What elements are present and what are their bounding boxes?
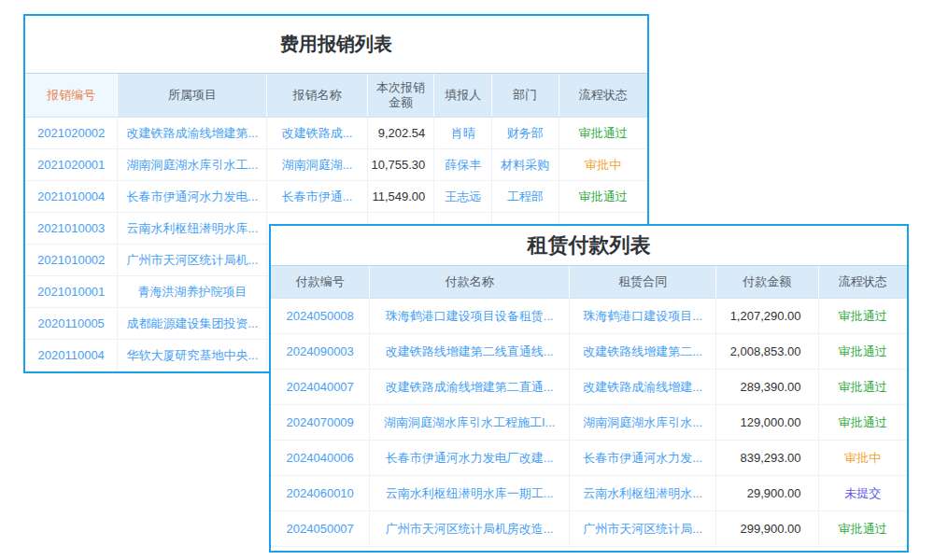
table-row: 2024090003改建铁路线增建第二线直通线...改建铁路线增建第二...2,… [271,334,907,370]
column-header: 部门 [492,74,559,117]
column-header[interactable]: 报销编号 [25,74,118,117]
link-cell[interactable]: 改建铁路线增建第二... [570,334,716,369]
link-cell[interactable]: 湖南洞庭湖水库引水工... [118,149,267,180]
link-cell[interactable]: 改建铁路线增建第二线直通线... [370,334,570,369]
table-row: 2021020002改建铁路成渝线增建第...改建铁路成...9,202.54肖… [25,118,647,149]
link-cell[interactable]: 2021020002 [25,118,118,148]
column-header: 所属项目 [118,74,267,117]
status-cell: 审批通过 [819,299,907,333]
table-cell: 10,755.30 [368,149,435,180]
link-cell[interactable]: 2020110004 [25,340,118,371]
link-cell[interactable]: 2021010001 [25,276,118,307]
expense-table-title: 费用报销列表 [25,16,647,73]
table-cell: 9,202.54 [368,118,435,148]
link-cell[interactable]: 青海洪湖养护院项目 [118,276,267,307]
link-cell[interactable]: 改建铁路成渝线增建... [570,370,716,404]
lease-table-title: 租赁付款列表 [271,226,907,265]
column-header: 租赁合同 [570,266,716,298]
status-cell: 审批通过 [559,181,647,212]
table-cell: 289,390.00 [716,370,818,404]
table-row: 2024050008珠海鹤港口建设项目设备租赁...珠海鹤港口建设项目...1,… [271,299,907,334]
link-cell[interactable]: 2024040007 [271,370,370,404]
table-row: 2021020001湖南洞庭湖水库引水工...湖南洞庭湖...10,755.30… [25,149,647,181]
link-cell[interactable]: 长春市伊通河水力发电厂改建... [370,441,570,475]
lease-payment-table-panel: 租赁付款列表 付款编号付款名称租赁合同付款金额流程状态 2024050008珠海… [269,224,909,553]
link-cell[interactable]: 湖南洞庭湖水库引水... [570,405,716,440]
status-cell: 未提交 [819,476,907,511]
link-cell[interactable]: 华软大厦研究基地中央... [118,340,267,371]
link-cell[interactable]: 改建铁路成渝线增建第二直通... [370,370,570,404]
table-row: 2024070009湖南洞庭湖水库引水工程施工I...湖南洞庭湖水库引水...1… [271,405,907,441]
link-cell[interactable]: 财务部 [492,118,559,148]
link-cell[interactable]: 珠海鹤港口建设项目设备租赁... [370,299,570,333]
status-cell: 审批通过 [819,405,907,440]
link-cell[interactable]: 湖南洞庭湖水库引水工程施工I... [370,405,570,440]
link-cell[interactable]: 2024070009 [271,405,370,440]
table-cell: 299,900.00 [716,511,818,546]
column-header: 本次报销金额 [368,74,435,117]
table-cell: 1,207,290.00 [716,299,818,333]
link-cell[interactable]: 广州市天河区统计局... [570,511,716,546]
table-row: 2024040006长春市伊通河水力发电厂改建...长春市伊通河水力发...83… [271,441,907,476]
link-cell[interactable]: 珠海鹤港口建设项目... [570,299,716,333]
status-cell: 审批通过 [819,334,907,369]
link-cell[interactable]: 云南水利枢纽潜明水... [570,476,716,511]
link-cell[interactable]: 改建铁路成... [267,118,367,148]
link-cell[interactable]: 广州市天河区统计局机... [118,245,267,275]
status-cell: 审批中 [559,149,647,180]
link-cell[interactable]: 2021020001 [25,149,118,180]
link-cell[interactable]: 云南水利枢纽潜明水库一期工... [370,476,570,511]
table-cell: 839,293.00 [716,441,818,475]
link-cell[interactable]: 2024090003 [271,334,370,369]
link-cell[interactable]: 2020110005 [25,308,118,339]
table-cell: 129,000.00 [716,405,818,440]
column-header: 付款编号 [271,266,370,298]
link-cell[interactable]: 2024060010 [271,476,370,511]
link-cell[interactable]: 2021010004 [25,181,118,212]
link-cell[interactable]: 成都能源建设集团投资... [118,308,267,339]
link-cell[interactable]: 2024040006 [271,441,370,475]
table-row: 2021010004长春市伊通河水力发电...长春市伊通...11,549.00… [25,181,647,213]
table-row: 2024050007广州市天河区统计局机房改造...广州市天河区统计局...29… [271,511,907,547]
link-cell[interactable]: 长春市伊通河水力发电... [118,181,267,212]
table-cell: 11,549.00 [368,181,435,212]
link-cell[interactable]: 薛保丰 [434,149,492,180]
status-cell: 审批中 [819,441,907,475]
table-row: 2024060010云南水利枢纽潜明水库一期工...云南水利枢纽潜明水...29… [271,476,907,511]
link-cell[interactable]: 2021010003 [25,213,118,244]
table-cell: 29,900.00 [716,476,818,511]
column-header: 流程状态 [559,74,647,117]
lease-table-body: 2024050008珠海鹤港口建设项目设备租赁...珠海鹤港口建设项目...1,… [271,299,907,547]
link-cell[interactable]: 广州市天河区统计局机房改造... [370,511,570,546]
link-cell[interactable]: 材料采购 [492,149,559,180]
link-cell[interactable]: 2024050008 [271,299,370,333]
link-cell[interactable]: 2021010002 [25,245,118,275]
table-cell: 2,008,853.00 [716,334,818,369]
column-header: 填报人 [434,74,492,117]
status-cell: 审批通过 [559,118,647,148]
table-row: 2024040007改建铁路成渝线增建第二直通...改建铁路成渝线增建...28… [271,370,907,405]
link-cell[interactable]: 改建铁路成渝线增建第... [118,118,267,148]
column-header: 付款名称 [370,266,570,298]
link-cell[interactable]: 湖南洞庭湖... [267,149,367,180]
expense-table-header-row: 报销编号所属项目报销名称本次报销金额填报人部门流程状态 [25,73,647,118]
link-cell[interactable]: 肖晴 [434,118,492,148]
link-cell[interactable]: 2024050007 [271,511,370,546]
link-cell[interactable]: 王志远 [434,181,492,212]
column-header: 付款金额 [716,266,818,298]
link-cell[interactable]: 长春市伊通... [267,181,367,212]
lease-table-header-row: 付款编号付款名称租赁合同付款金额流程状态 [271,265,907,299]
column-header: 流程状态 [819,266,907,298]
status-cell: 审批通过 [819,370,907,404]
link-cell[interactable]: 云南水利枢纽潜明水库... [118,213,267,244]
link-cell[interactable]: 长春市伊通河水力发... [570,441,716,475]
column-header: 报销名称 [267,74,367,117]
status-cell: 审批通过 [819,511,907,546]
link-cell[interactable]: 工程部 [492,181,559,212]
